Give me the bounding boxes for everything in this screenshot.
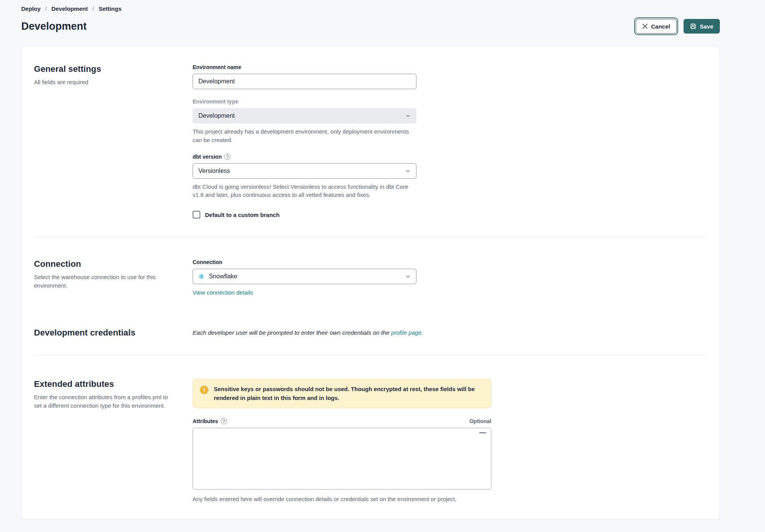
attributes-help: Any fields entered here will override co… <box>193 495 491 503</box>
connection-field-label: Connection <box>193 259 707 265</box>
view-connection-details-link[interactable]: View connection details <box>193 289 253 296</box>
section-connection: Connection Select the warehouse connecti… <box>34 259 707 296</box>
optional-badge: Optional <box>469 418 491 424</box>
section-divider <box>34 355 707 355</box>
development-credentials-heading: Development credentials <box>34 328 193 338</box>
sensitive-keys-warning: ! Sensitive keys or passwords should not… <box>193 379 491 408</box>
environment-type-help: This project already has a development e… <box>193 127 416 144</box>
save-icon <box>690 23 696 29</box>
credentials-note-suffix: . <box>421 329 423 336</box>
chevron-down-icon <box>405 168 411 174</box>
dbt-version-help: dbt Cloud is going versionless! Select V… <box>193 183 416 200</box>
warning-text: Sensitive keys or passwords should not b… <box>214 385 484 403</box>
section-divider <box>34 237 707 237</box>
environment-type-value: Development <box>198 112 405 119</box>
credentials-intro: Development credentials <box>34 328 193 338</box>
attributes-label-row: Attributes ? <box>193 418 227 424</box>
connection-form: Connection ❄ Snowflake View connection d… <box>193 259 707 296</box>
breadcrumb-deploy[interactable]: Deploy <box>21 5 41 12</box>
chevron-down-icon <box>405 274 411 279</box>
page-title: Development <box>21 20 87 32</box>
section-extended-attributes: Extended attributes Enter the connection… <box>34 379 707 503</box>
cancel-button[interactable]: Cancel <box>636 19 677 34</box>
custom-branch-label[interactable]: Default to a custom branch <box>205 212 279 218</box>
connection-heading: Connection <box>34 259 193 269</box>
cancel-button-focus-ring: Cancel <box>634 17 678 35</box>
warning-icon: ! <box>200 386 208 394</box>
dbt-version-label: dbt version <box>193 154 222 160</box>
fold-line-icon[interactable]: — <box>479 429 486 436</box>
save-button-label: Save <box>700 23 713 30</box>
environment-name-input[interactable] <box>193 74 416 89</box>
attributes-textarea[interactable] <box>193 428 491 490</box>
breadcrumb-settings: Settings <box>99 5 122 12</box>
attributes-label: Attributes <box>193 418 218 424</box>
extended-attributes-subheading: Enter the connection attributes from a p… <box>34 393 173 410</box>
custom-branch-checkbox[interactable] <box>193 211 200 219</box>
credentials-note-wrap: Each developer user will be prompted to … <box>193 328 707 338</box>
breadcrumb-separator: / <box>45 5 47 12</box>
section-general-settings: General settings All fields are required… <box>34 64 707 219</box>
connection-value: Snowflake <box>209 273 405 280</box>
page: Deploy / Development / Settings Developm… <box>21 0 720 532</box>
page-header: Development Cancel Save <box>21 17 720 35</box>
attributes-editor: — <box>193 428 491 491</box>
profile-page-link[interactable]: profile page <box>391 329 421 336</box>
breadcrumb-separator: / <box>92 5 94 12</box>
breadcrumb: Deploy / Development / Settings <box>21 5 720 12</box>
environment-type-select: Development <box>193 108 416 124</box>
extended-attributes-intro: Extended attributes Enter the connection… <box>34 379 193 503</box>
header-actions: Cancel Save <box>634 17 720 35</box>
cancel-button-label: Cancel <box>651 23 670 30</box>
environment-type-label: Environment type <box>193 98 707 105</box>
general-settings-subheading: All fields are required <box>34 78 173 86</box>
connection-select[interactable]: ❄ Snowflake <box>193 269 416 284</box>
dbt-version-select[interactable]: Versionless <box>193 163 416 179</box>
connection-subheading: Select the warehouse connection to use f… <box>34 273 173 290</box>
extended-attributes-form: ! Sensitive keys or passwords should not… <box>193 379 707 503</box>
environment-name-label: Environment name <box>193 64 707 70</box>
custom-branch-row: Default to a custom branch <box>193 211 707 219</box>
save-button[interactable]: Save <box>684 19 720 34</box>
general-settings-form: Environment name Environment type Develo… <box>193 64 707 219</box>
help-icon[interactable]: ? <box>224 154 230 160</box>
breadcrumb-development[interactable]: Development <box>51 5 88 12</box>
help-icon[interactable]: ? <box>221 418 227 424</box>
close-icon <box>642 24 648 29</box>
dbt-version-value: Versionless <box>198 168 405 175</box>
general-settings-heading: General settings <box>34 64 193 74</box>
attributes-header: Attributes ? Optional <box>193 418 491 424</box>
credentials-note: Each developer user will be prompted to … <box>193 329 707 336</box>
dbt-version-label-row: dbt version ? <box>193 154 707 160</box>
general-settings-intro: General settings All fields are required <box>34 64 193 219</box>
extended-attributes-heading: Extended attributes <box>34 379 193 389</box>
settings-card: General settings All fields are required… <box>21 46 720 520</box>
snowflake-icon: ❄ <box>198 273 205 280</box>
connection-intro: Connection Select the warehouse connecti… <box>34 259 193 296</box>
chevron-down-icon <box>405 113 411 119</box>
credentials-note-prefix: Each developer user will be prompted to … <box>193 329 391 336</box>
section-development-credentials: Development credentials Each developer u… <box>34 328 707 338</box>
